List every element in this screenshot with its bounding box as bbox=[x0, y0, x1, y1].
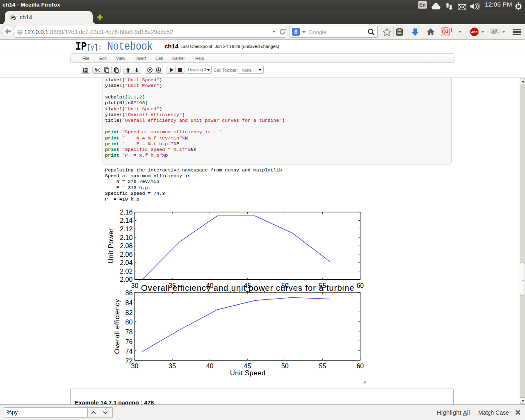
svg-text:2.08: 2.08 bbox=[120, 242, 132, 249]
svg-text:80: 80 bbox=[126, 319, 133, 326]
svg-text:60: 60 bbox=[356, 282, 364, 289]
svg-text:82: 82 bbox=[126, 309, 133, 316]
svg-text:74: 74 bbox=[126, 348, 133, 355]
svg-text:86: 86 bbox=[126, 290, 133, 297]
svg-text:78: 78 bbox=[126, 329, 133, 336]
svg-text:55: 55 bbox=[319, 363, 326, 370]
svg-text:30: 30 bbox=[131, 363, 139, 370]
svg-text:ABP: ABP bbox=[471, 30, 478, 34]
svg-text:2.14: 2.14 bbox=[120, 217, 132, 224]
svg-text:84: 84 bbox=[126, 299, 133, 306]
svg-text:76: 76 bbox=[126, 338, 133, 345]
svg-text:2.06: 2.06 bbox=[120, 251, 132, 258]
svg-text:2.02: 2.02 bbox=[120, 268, 132, 275]
svg-text:2.10: 2.10 bbox=[120, 234, 132, 241]
svg-text:Unit Speed: Unit Speed bbox=[230, 369, 266, 377]
svg-text:60: 60 bbox=[356, 363, 364, 370]
svg-text:40: 40 bbox=[206, 363, 214, 370]
svg-text:50: 50 bbox=[281, 363, 289, 370]
svg-text:2.04: 2.04 bbox=[120, 259, 132, 266]
svg-text:2.12: 2.12 bbox=[120, 226, 132, 233]
svg-text:Unit Power: Unit Power bbox=[107, 228, 115, 263]
svg-text:2.16: 2.16 bbox=[120, 209, 132, 216]
svg-text:Overall efficiency and unit po: Overall efficiency and unit power curves… bbox=[141, 283, 354, 292]
svg-text:45: 45 bbox=[244, 363, 251, 370]
svg-text:Overall efficiency: Overall efficiency bbox=[114, 299, 121, 354]
svg-text:35: 35 bbox=[169, 363, 176, 370]
svg-text:30: 30 bbox=[131, 282, 139, 289]
